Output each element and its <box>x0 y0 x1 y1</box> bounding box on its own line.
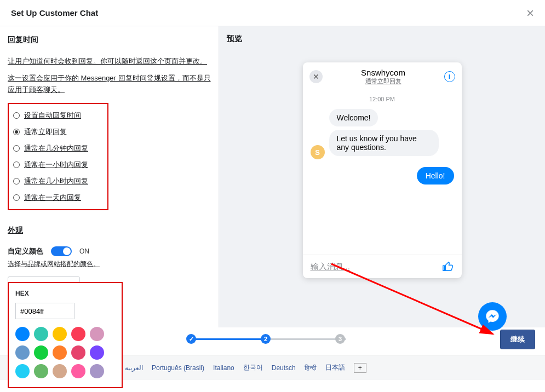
toggle-on-text: ON <box>79 247 89 255</box>
color-swatch[interactable] <box>90 364 104 378</box>
color-swatch[interactable] <box>53 345 67 360</box>
color-swatch[interactable] <box>71 345 85 360</box>
step-3: 3 <box>335 334 345 344</box>
color-swatches <box>15 327 115 378</box>
lang-link[interactable]: Italiano <box>213 364 234 372</box>
color-swatch[interactable] <box>34 345 48 360</box>
hex-label: HEX <box>15 290 115 297</box>
color-swatch[interactable] <box>71 364 85 378</box>
hex-input[interactable] <box>15 303 74 319</box>
custom-color-label: 自定义颜色 <box>8 246 43 256</box>
reply-option-label: 通常在一天内回复 <box>24 193 81 203</box>
messenger-fab[interactable] <box>478 302 507 331</box>
reply-option-hour[interactable]: 通常在一小时内回复 <box>12 157 104 173</box>
chat-reply-sub: 通常立即回复 <box>323 78 444 85</box>
reply-option-hours[interactable]: 通常在几小时内回复 <box>12 173 104 189</box>
color-swatch[interactable] <box>53 327 67 341</box>
reply-option-instant[interactable]: 通常立即回复 <box>12 124 104 140</box>
custom-color-desc: 选择与品牌或网站搭配的颜色。 <box>8 260 211 269</box>
chat-msg-incoming-2: Let us know if you have any questions. <box>329 130 439 156</box>
reply-option-label: 通常在一小时内回复 <box>24 160 88 170</box>
add-language-button[interactable]: + <box>354 363 366 373</box>
reply-option-day[interactable]: 通常在一天内回复 <box>12 189 104 206</box>
reply-option-label: 通常在几分钟内回复 <box>24 143 88 153</box>
color-swatch[interactable] <box>34 364 48 378</box>
step-2: 2 <box>261 334 271 344</box>
chat-timestamp: 12:00 PM <box>311 96 454 102</box>
close-icon[interactable]: × <box>526 5 534 21</box>
color-swatch[interactable] <box>15 327 30 341</box>
info-icon[interactable]: i <box>444 71 455 82</box>
lang-link[interactable]: 日本語 <box>325 363 345 372</box>
preview-panel: 预览 ✕ Snswhycom 通常立即回复 i 12:00 PM Welcome… <box>219 26 545 327</box>
chat-page-name: Snswhycom <box>323 68 444 78</box>
color-swatch[interactable] <box>71 327 85 341</box>
reply-option-label: 通常在几小时内回复 <box>24 176 88 186</box>
color-swatch[interactable] <box>90 345 104 360</box>
chat-preview-card: ✕ Snswhycom 通常立即回复 i 12:00 PM Welcome! S… <box>303 62 462 278</box>
custom-color-toggle[interactable] <box>51 246 72 256</box>
chat-input-placeholder[interactable]: 输入消息... <box>311 262 351 272</box>
lang-link[interactable]: 한국어 <box>243 363 263 372</box>
reply-option-label: 通常立即回复 <box>24 127 67 137</box>
continue-button[interactable]: 继续 <box>500 330 535 349</box>
color-swatch[interactable] <box>34 327 48 341</box>
lang-link[interactable]: Português (Brasil) <box>152 364 204 372</box>
chat-avatar: S <box>311 145 325 159</box>
lang-link[interactable]: العربية <box>125 364 143 372</box>
chat-close-icon[interactable]: ✕ <box>309 70 323 83</box>
reply-time-options: 设置自动回复时间 通常立即回复 通常在几分钟内回复 通常在一小时内回复 通常在几… <box>8 103 108 210</box>
chat-msg-outgoing: Hello! <box>417 167 454 185</box>
color-swatch[interactable] <box>15 364 30 378</box>
preview-heading: 预览 <box>227 34 523 44</box>
color-swatch[interactable] <box>53 364 67 378</box>
lang-link[interactable]: हिन्दी <box>305 364 317 372</box>
color-swatch[interactable] <box>15 345 30 360</box>
lang-link[interactable]: Deutsch <box>272 364 296 372</box>
reply-option-minutes[interactable]: 通常在几分钟内回复 <box>12 140 104 157</box>
hex-color-panel: HEX <box>8 282 123 388</box>
reply-time-desc-2: 这一设置会应用于你的 Messenger 回复时间常规设置，而不是只应用于顾客聊… <box>8 73 211 96</box>
color-swatch[interactable] <box>90 327 104 341</box>
step-1-done-icon <box>186 334 196 344</box>
reply-option-auto[interactable]: 设置自动回复时间 <box>12 107 104 124</box>
like-icon[interactable] <box>442 261 454 273</box>
section-reply-time-heading: 回复时间 <box>8 34 211 48</box>
section-appearance-heading: 外观 <box>8 226 211 235</box>
reply-option-label: 设置自动回复时间 <box>24 111 81 120</box>
chat-msg-incoming-1: Welcome! <box>329 109 378 126</box>
dialog-title: Set Up Customer Chat <box>11 8 98 18</box>
reply-time-desc-1: 让用户知道何时会收到回复。你可以随时返回这个页面并更改。 <box>8 56 211 67</box>
